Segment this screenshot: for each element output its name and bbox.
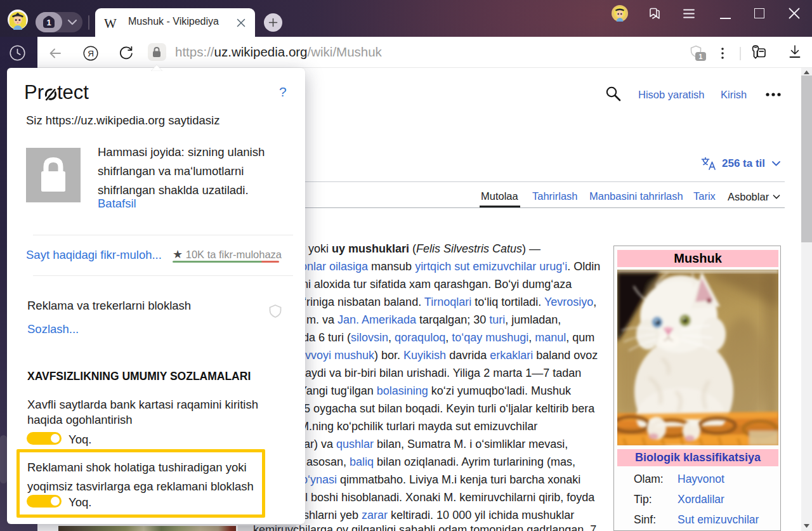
svg-text:1: 1 [46,18,51,27]
svg-text:Я: Я [88,49,94,58]
